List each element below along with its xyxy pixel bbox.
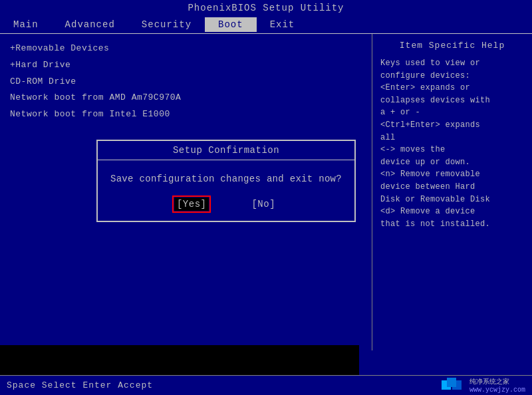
help-title: Item Specific Help — [380, 41, 524, 51]
dialog-yes-button[interactable]: [Yes] — [174, 198, 209, 211]
boot-item-removable[interactable]: +Removable Devices — [10, 41, 362, 57]
svg-rect-2 — [447, 378, 456, 387]
watermark: 纯净系统之家 www.ycwjzy.com — [442, 377, 525, 394]
watermark-text: 纯净系统之家 www.ycwjzy.com — [469, 377, 525, 394]
menu-exit[interactable]: Exit — [257, 17, 309, 32]
dialog-message: Save configuration changes and exit now? — [104, 174, 348, 184]
boot-item-hdd[interactable]: +Hard Drive — [10, 57, 362, 74]
status-left: Space Select Enter Accept — [7, 380, 153, 390]
status-bar: Space Select Enter Accept 纯净系统之家 www.ycw… — [0, 375, 532, 395]
app-title: PhoenixBIOS Setup Utility — [188, 3, 344, 13]
dialog-no-button[interactable]: [No] — [249, 198, 278, 211]
boot-item-cdrom[interactable]: CD-ROM Drive — [10, 74, 362, 90]
menu-boot[interactable]: Boot — [205, 17, 257, 32]
dialog-body: Save configuration changes and exit now?… — [98, 160, 354, 221]
title-bar: PhoenixBIOS Setup Utility — [0, 0, 532, 16]
dialog-title: Setup Confirmation — [98, 141, 354, 160]
menu-security[interactable]: Security — [128, 17, 205, 32]
menu-main[interactable]: Main — [0, 17, 52, 32]
boot-item-network-intel[interactable]: Network boot from Intel E1000 — [10, 106, 362, 123]
dialog-buttons: [Yes] [No] — [104, 198, 348, 211]
menu-bar: Main Advanced Security Boot Exit — [0, 16, 532, 34]
boot-item-network-amd[interactable]: Network boot from AMD Am79C970A — [10, 90, 362, 106]
watermark-logo — [442, 378, 466, 394]
right-panel: Item Specific Help Keys used to view or … — [372, 34, 532, 350]
setup-confirmation-dialog: Setup Confirmation Save configuration ch… — [96, 140, 356, 222]
menu-advanced[interactable]: Advanced — [52, 17, 128, 32]
dark-overlay — [0, 345, 359, 375]
help-text: Keys used to view or configure devices: … — [380, 57, 524, 230]
